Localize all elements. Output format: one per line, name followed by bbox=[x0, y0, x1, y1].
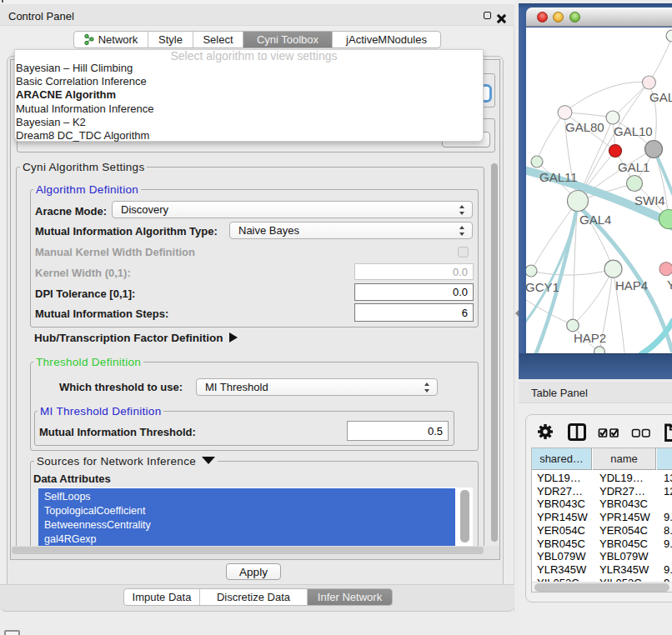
svg-text:GAL2: GAL2 bbox=[649, 90, 672, 104]
svg-text:SWI4: SWI4 bbox=[634, 193, 665, 208]
svg-text:GAL1: GAL1 bbox=[618, 160, 649, 174]
svg-text:HAP2: HAP2 bbox=[574, 331, 606, 345]
svg-text:GAL10: GAL10 bbox=[614, 124, 653, 138]
svg-text:GCY1: GCY1 bbox=[526, 280, 559, 294]
svg-text:Y: Y bbox=[667, 278, 672, 292]
svg-text:HAP4: HAP4 bbox=[615, 278, 648, 292]
svg-text:GAL11: GAL11 bbox=[539, 170, 578, 184]
svg-text:GAL4: GAL4 bbox=[579, 212, 611, 227]
svg-text:GAL80: GAL80 bbox=[565, 120, 604, 134]
